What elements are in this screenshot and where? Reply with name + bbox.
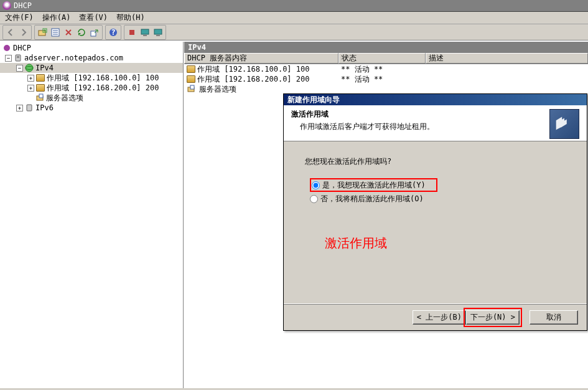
options-icon bbox=[35, 93, 44, 102]
svg-rect-15 bbox=[156, 35, 160, 36]
wizard-body: 您想现在激活此作用域吗? 是，我想现在激活此作用域(Y) 否，我将稍后激活此作用… bbox=[284, 141, 587, 303]
annotation-text: 激活作用域 bbox=[325, 235, 387, 252]
wizard-head-title: 激活作用域 bbox=[291, 109, 549, 120]
tree-root-dhcp[interactable]: DHCP bbox=[0, 43, 183, 53]
cancel-button[interactable]: 取消 bbox=[530, 310, 578, 325]
list-row[interactable]: 服务器选项 bbox=[184, 84, 588, 94]
radio-no-input[interactable] bbox=[310, 195, 318, 203]
col-status[interactable]: 状态 bbox=[338, 53, 426, 64]
svg-rect-13 bbox=[143, 35, 147, 36]
tree-scope1[interactable]: + 作用域 [192.168.100.0] 100 bbox=[0, 73, 183, 83]
expander-minus-icon[interactable]: − bbox=[16, 65, 23, 72]
folder-icon bbox=[187, 75, 195, 83]
toolbar: ? bbox=[0, 24, 588, 40]
expander-plus-icon[interactable]: + bbox=[16, 105, 23, 112]
ipv6-icon bbox=[25, 103, 34, 112]
nav-forward-button[interactable] bbox=[17, 26, 30, 39]
wizard-titlebar[interactable]: 新建作用域向导 bbox=[284, 94, 587, 105]
delete-button[interactable] bbox=[62, 26, 75, 39]
svg-rect-19 bbox=[17, 57, 19, 58]
tree-server[interactable]: − adserver.notepados.com bbox=[0, 53, 183, 63]
detail-header: IPv4 bbox=[184, 42, 588, 53]
menu-view[interactable]: 查看(V) bbox=[79, 12, 108, 23]
window-titlebar: DHCP bbox=[0, 0, 588, 12]
svg-rect-18 bbox=[17, 56, 19, 57]
svg-rect-8 bbox=[91, 31, 96, 36]
back-button[interactable]: < 上一步(B) bbox=[413, 310, 466, 325]
window-title: DHCP bbox=[14, 1, 32, 10]
tree-ipv6-label: IPv6 bbox=[35, 103, 54, 112]
svg-point-20 bbox=[26, 64, 33, 72]
tree-root-label: DHCP bbox=[13, 44, 31, 52]
row-name: 作用域 [192.168.200.0] 200 bbox=[197, 74, 310, 85]
radio-no-label: 否，我将稍后激活此作用域(O) bbox=[320, 194, 424, 204]
radio-activate-no[interactable]: 否，我将稍后激活此作用域(O) bbox=[310, 192, 566, 206]
wizard-head-subtitle: 作用域激活后客户端才可获得地址租用。 bbox=[300, 121, 549, 132]
refresh-button[interactable] bbox=[75, 26, 88, 39]
tree-ipv4[interactable]: − IPv4 bbox=[0, 63, 183, 73]
tree-scope2[interactable]: + 作用域 [192.168.200.0] 200 bbox=[0, 83, 183, 93]
nav-back-button[interactable] bbox=[4, 26, 17, 39]
tree-server-options-label: 服务器选项 bbox=[46, 93, 83, 103]
svg-rect-23 bbox=[39, 94, 43, 98]
tree-ipv4-label: IPv4 bbox=[35, 64, 54, 72]
properties-button[interactable] bbox=[49, 26, 62, 39]
col-content[interactable]: DHCP 服务器内容 bbox=[184, 53, 338, 64]
folder-icon bbox=[187, 65, 195, 73]
svg-rect-14 bbox=[154, 29, 162, 34]
wizard-footer: < 上一步(B) 下一步(N) > 取消 bbox=[284, 303, 587, 331]
menu-file[interactable]: 文件(F) bbox=[5, 12, 34, 23]
row-name: 作用域 [192.168.100.0] 100 bbox=[197, 64, 310, 75]
list-row[interactable]: 作用域 [192.168.200.0] 200 ** 活动 ** bbox=[184, 74, 588, 84]
folder-icon bbox=[36, 84, 45, 92]
menu-action[interactable]: 操作(A) bbox=[42, 12, 71, 23]
radio-yes-input[interactable] bbox=[312, 181, 320, 189]
radio-activate-yes[interactable]: 是，我想现在激活此作用域(Y) bbox=[310, 178, 437, 192]
server-icon bbox=[14, 54, 22, 62]
svg-rect-11 bbox=[129, 30, 134, 35]
dhcp-app-icon bbox=[2, 1, 11, 10]
wizard-header: 激活作用域 作用域激活后客户端才可获得地址租用。 bbox=[284, 105, 587, 141]
svg-rect-26 bbox=[190, 85, 194, 89]
expander-minus-icon[interactable]: − bbox=[5, 55, 12, 62]
wizard-prompt: 您想现在激活此作用域吗? bbox=[305, 156, 566, 167]
menu-help[interactable]: 帮助(H) bbox=[116, 12, 145, 23]
svg-point-16 bbox=[4, 45, 10, 51]
tree-scope1-label: 作用域 [192.168.100.0] 100 bbox=[47, 73, 159, 83]
dhcp-icon bbox=[2, 44, 11, 52]
row-name: 服务器选项 bbox=[199, 84, 236, 95]
tree-scope2-label: 作用域 [192.168.200.0] 200 bbox=[47, 83, 159, 93]
action-screen1-button[interactable] bbox=[139, 26, 151, 39]
next-button[interactable]: 下一步(N) > bbox=[466, 310, 520, 325]
tree-ipv6[interactable]: + IPv6 bbox=[0, 103, 183, 113]
folder-icon bbox=[36, 74, 45, 82]
options-icon bbox=[187, 85, 195, 93]
list-row[interactable]: 作用域 [192.168.100.0] 100 ** 活动 ** bbox=[184, 64, 588, 74]
menubar: 文件(F) 操作(A) 查看(V) 帮助(H) bbox=[0, 12, 588, 24]
list-header: DHCP 服务器内容 状态 描述 bbox=[184, 53, 588, 64]
row-status: ** 活动 ** bbox=[341, 74, 383, 85]
radio-yes-label: 是，我想现在激活此作用域(Y) bbox=[322, 180, 426, 191]
svg-rect-12 bbox=[141, 29, 149, 34]
tree-server-label: adserver.notepados.com bbox=[24, 54, 123, 62]
ipv4-icon bbox=[25, 64, 34, 72]
export-button[interactable] bbox=[88, 26, 101, 39]
action-stop-button[interactable] bbox=[126, 26, 138, 39]
svg-rect-24 bbox=[27, 105, 32, 111]
action-screen2-button[interactable] bbox=[152, 26, 164, 39]
new-scope-wizard-dialog: 新建作用域向导 激活作用域 作用域激活后客户端才可获得地址租用。 您想现在激活此… bbox=[283, 93, 587, 331]
svg-text:?: ? bbox=[111, 28, 115, 37]
tree-pane[interactable]: DHCP − adserver.notepados.com − IPv4 + 作… bbox=[0, 42, 184, 388]
new-folder-button[interactable] bbox=[36, 26, 49, 39]
col-desc[interactable]: 描述 bbox=[426, 53, 588, 64]
expander-plus-icon[interactable]: + bbox=[27, 85, 34, 92]
help-button[interactable]: ? bbox=[107, 26, 119, 39]
wizard-banner-icon bbox=[549, 109, 579, 139]
row-status: ** 活动 ** bbox=[341, 64, 383, 75]
tree-server-options[interactable]: 服务器选项 bbox=[0, 93, 183, 103]
svg-rect-0 bbox=[39, 31, 45, 36]
expander-plus-icon[interactable]: + bbox=[27, 75, 34, 82]
